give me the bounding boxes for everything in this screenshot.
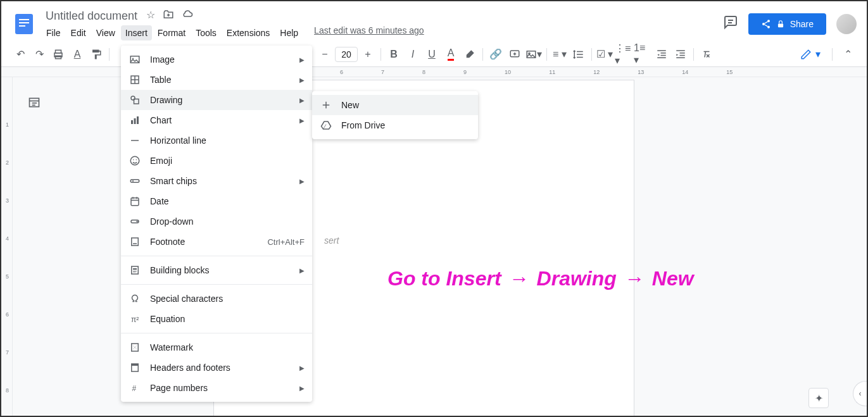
insert-special-characters[interactable]: Special characters [121,289,312,309]
share-button[interactable]: Share [748,13,826,35]
text-color-button[interactable]: A [442,46,460,63]
svg-rect-3 [19,25,25,27]
menu-insert[interactable]: Insert [121,25,152,40]
explore-button[interactable]: ✦ [808,388,829,408]
table-icon [129,73,141,86]
svg-rect-25 [131,120,133,124]
chevron-right-icon: ▶ [299,97,305,104]
cloud-status-icon[interactable] [182,9,193,23]
chevron-right-icon: ▶ [299,267,305,274]
print-button[interactable] [49,46,67,63]
svg-point-31 [136,159,137,161]
account-avatar[interactable] [836,14,857,34]
move-icon[interactable] [163,9,174,23]
checklist-button[interactable]: ☑ ▾ [596,46,613,63]
chips-icon [129,175,141,187]
decrease-indent-button[interactable] [653,46,670,63]
page-placeholder-text: sert [324,235,339,246]
insert-drawing[interactable]: Drawing▶ [121,90,312,110]
menubar: FileEditViewInsertFormatToolsExtensionsH… [42,25,723,40]
redo-button[interactable]: ↷ [30,46,48,63]
bold-button[interactable]: B [385,46,403,63]
bulleted-list-button[interactable]: ⋮≡ ▾ [615,46,632,63]
insert-image-button[interactable]: ▾ [525,46,543,63]
paint-format-button[interactable] [87,46,105,63]
svg-rect-39 [132,238,139,246]
clear-formatting-button[interactable] [698,46,715,63]
font-size-minus[interactable]: − [316,46,334,63]
side-panel-toggle[interactable]: ‹ [853,381,867,406]
insert-menu-dropdown: Image▶Table▶Drawing▶Chart▶Horizontal lin… [121,46,312,402]
insert-date[interactable]: Date [121,191,312,211]
chevron-right-icon: ▶ [299,77,305,84]
insert-headers-and-footers[interactable]: Headers and footers▶ [121,358,312,378]
image-icon [129,53,141,66]
blocks-icon [129,264,141,277]
insert-equation[interactable]: π²Equation [121,309,312,329]
line-spacing-button[interactable] [570,46,588,63]
drawing-icon [129,94,141,106]
font-size-plus[interactable]: + [359,46,377,63]
drawing-from-drive[interactable]: From Drive [312,115,478,135]
pi-icon: π² [129,313,141,325]
svg-rect-42 [133,268,137,270]
menu-edit[interactable]: Edit [66,25,91,40]
svg-rect-26 [134,118,136,124]
add-comment-button[interactable] [506,46,524,63]
svg-rect-32 [130,180,139,183]
font-size-input[interactable]: 20 [335,47,358,62]
document-title[interactable]: Untitled document [42,8,141,24]
chevron-right-icon: ▶ [299,56,305,63]
comment-history-icon[interactable] [723,15,738,34]
menu-view[interactable]: View [92,25,120,40]
spellcheck-button[interactable]: A [68,46,86,63]
numbered-list-button[interactable]: 1≡ ▾ [634,46,651,63]
chevron-right-icon: ▶ [299,117,305,124]
last-edit-link[interactable]: Last edit was 6 minutes ago [314,25,424,40]
vertical-ruler[interactable]: 12345678910 [3,77,13,416]
insert-emoji[interactable]: Emoji [121,151,312,171]
insert-horizontal-line[interactable]: Horizontal line [121,130,312,151]
watermark-icon [129,341,141,354]
svg-point-33 [132,180,134,182]
insert-drop-down[interactable]: Drop-down [121,211,312,232]
editing-mode-button[interactable]: ▾ [795,46,826,63]
menu-file[interactable]: File [42,25,65,40]
footnote-icon [129,235,141,248]
insert-chart[interactable]: Chart▶ [121,110,312,130]
outline-toggle-button[interactable] [24,92,44,113]
svg-rect-1 [19,19,29,20]
insert-watermark[interactable]: Watermark [121,337,312,358]
insert-table[interactable]: Table▶ [121,70,312,90]
hr-icon [129,134,141,147]
menu-help[interactable]: Help [275,25,303,40]
menu-extensions[interactable]: Extensions [222,25,274,40]
underline-button[interactable]: U [423,46,441,63]
svg-point-29 [130,156,139,165]
hide-menus-button[interactable]: ⌃ [839,46,857,63]
insert-link-button[interactable]: 🔗 [487,46,505,63]
docs-logo[interactable] [11,11,37,37]
svg-rect-2 [19,22,29,23]
menu-format[interactable]: Format [153,25,190,40]
menu-tools[interactable]: Tools [191,25,221,40]
chevron-right-icon: ▶ [299,385,305,392]
insert-image[interactable]: Image▶ [121,49,312,70]
align-button[interactable]: ≡ ▾ [551,46,569,63]
insert-building-blocks[interactable]: Building blocks▶ [121,260,312,280]
drive-icon [320,119,332,132]
italic-button[interactable]: I [404,46,422,63]
insert-page-numbers[interactable]: #Page numbers▶ [121,378,312,398]
insert-smart-chips[interactable]: Smart chips▶ [121,171,312,191]
svg-point-30 [133,159,134,161]
header: Untitled document ☆ FileEditViewInsertFo… [1,1,867,42]
insert-footnote[interactable]: FootnoteCtrl+Alt+F [121,232,312,252]
highlight-button[interactable] [461,46,479,63]
increase-indent-button[interactable] [672,46,689,63]
undo-button[interactable]: ↶ [11,46,29,63]
dropdown-icon [129,215,141,228]
plus-icon [320,99,332,111]
svg-rect-41 [132,266,139,274]
star-icon[interactable]: ☆ [146,9,155,23]
drawing-new[interactable]: New [312,95,478,115]
